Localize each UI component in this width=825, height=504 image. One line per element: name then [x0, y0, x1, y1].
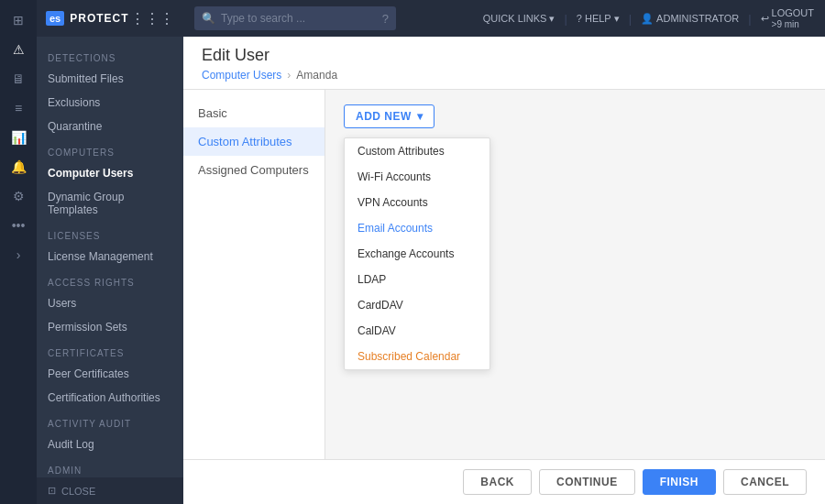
close-sidebar-button[interactable]: ⊡ CLOSE: [37, 477, 183, 504]
dropdown-item-ldap[interactable]: LDAP: [345, 267, 490, 292]
notifications-icon[interactable]: 🔔: [4, 154, 33, 180]
sidebar-item-peer-certificates[interactable]: Peer Certificates: [37, 362, 183, 386]
search-help-icon: ?: [382, 12, 389, 26]
search-input[interactable]: [221, 12, 377, 25]
grid-menu-icon[interactable]: ⋮⋮⋮: [130, 10, 174, 27]
continue-button[interactable]: CONTINUE: [539, 469, 635, 495]
search-icon: 🔍: [202, 12, 215, 25]
section-activity-audit: ACTIVITY AUDIT: [37, 410, 183, 433]
sidebar: es PROTECT ⋮⋮⋮ DETECTIONS Submitted File…: [37, 0, 183, 504]
sidebar-item-computer-users[interactable]: Computer Users: [37, 161, 183, 185]
logout-time: >9 min: [772, 19, 814, 29]
edit-tab-basic[interactable]: Basic: [183, 99, 324, 127]
edit-footer: BACK CONTINUE FINISH CANCEL: [183, 459, 825, 504]
topbar: 🔍 ? QUICK LINKS ▾ | ? HELP ▾ | 👤 ADMINIS…: [183, 0, 825, 37]
help-label: HELP: [585, 13, 611, 24]
user-menu[interactable]: 👤 ADMINISTRATOR: [641, 13, 739, 25]
add-new-label: ADD NEW: [356, 110, 412, 123]
logout-icon: ↩: [761, 13, 769, 25]
help-chevron-icon: ▾: [614, 13, 620, 25]
separator-1: |: [564, 12, 566, 26]
add-new-dropdown: Custom Attributes Wi-Fi Accounts VPN Acc…: [344, 137, 490, 370]
edit-tab-assigned-computers[interactable]: Assigned Computers: [183, 156, 324, 184]
add-new-chevron-icon: ▾: [417, 110, 424, 123]
separator-3: |: [748, 12, 751, 26]
cancel-button[interactable]: CANCEL: [723, 469, 807, 495]
section-detections: DETECTIONS: [37, 44, 183, 67]
breadcrumb: Computer Users › Amanda: [202, 69, 807, 89]
settings-icon[interactable]: ⚙: [4, 183, 33, 209]
edit-sidebar: Basic Custom Attributes Assigned Compute…: [183, 90, 325, 459]
section-admin: ADMIN: [37, 456, 183, 477]
dropdown-item-email-accounts[interactable]: Email Accounts: [345, 215, 490, 241]
detections-icon[interactable]: ⚠: [4, 37, 33, 62]
sidebar-item-submitted-files[interactable]: Submitted Files: [37, 67, 183, 91]
section-access-rights: ACCESS RIGHTS: [37, 268, 183, 291]
page-header: Edit User Computer Users › Amanda: [183, 37, 825, 90]
logout-label: LOGOUT: [772, 7, 814, 18]
dropdown-item-subscribed-calendar[interactable]: Subscribed Calendar: [345, 344, 490, 369]
breadcrumb-root[interactable]: Computer Users: [202, 69, 281, 82]
product-name: PROTECT: [70, 12, 128, 25]
dropdown-item-vpn-accounts[interactable]: VPN Accounts: [345, 190, 490, 215]
edit-tab-custom-attributes[interactable]: Custom Attributes: [183, 127, 324, 156]
quick-links-label: QUICK LINKS: [483, 13, 547, 24]
quick-links[interactable]: QUICK LINKS ▾: [483, 13, 556, 25]
add-new-button[interactable]: ADD NEW ▾: [344, 104, 434, 128]
finish-label: FINISH: [660, 476, 698, 488]
sidebar-header: es PROTECT ⋮⋮⋮: [37, 0, 183, 37]
main: 🔍 ? QUICK LINKS ▾ | ? HELP ▾ | 👤 ADMINIS…: [183, 0, 825, 504]
dropdown-item-custom-attributes[interactable]: Custom Attributes: [345, 138, 490, 164]
edit-user-body: Basic Custom Attributes Assigned Compute…: [183, 90, 825, 459]
sidebar-item-quarantine[interactable]: Quarantine: [37, 115, 183, 138]
dropdown-item-exchange-accounts[interactable]: Exchange Accounts: [345, 241, 490, 267]
dropdown-item-wifi-accounts[interactable]: Wi-Fi Accounts: [345, 164, 490, 190]
close-icon: ⊡: [48, 485, 56, 497]
back-label: BACK: [480, 476, 514, 488]
sidebar-nav: DETECTIONS Submitted Files Exclusions Qu…: [37, 37, 183, 477]
sidebar-item-users[interactable]: Users: [37, 291, 183, 315]
edit-main: ADD NEW ▾ Custom Attributes Wi-Fi Accoun…: [325, 90, 825, 459]
section-computers: COMPUTERS: [37, 138, 183, 161]
user-icon: 👤: [641, 13, 654, 25]
section-certificates: CERTIFICATES: [37, 339, 183, 362]
user-name: ADMINISTRATOR: [656, 13, 739, 24]
sidebar-item-permission-sets[interactable]: Permission Sets: [37, 315, 183, 339]
logout-button[interactable]: ↩ LOGOUT >9 min: [761, 7, 814, 28]
quick-links-chevron-icon: ▾: [549, 13, 555, 25]
breadcrumb-current: Amanda: [296, 69, 337, 82]
close-label: CLOSE: [61, 486, 95, 497]
tasks-icon[interactable]: ≡: [4, 95, 33, 121]
help-link[interactable]: ? HELP ▾: [577, 13, 620, 25]
separator-2: |: [629, 12, 632, 26]
sidebar-item-license-management[interactable]: License Management: [37, 245, 183, 268]
more-icon[interactable]: •••: [4, 213, 33, 238]
sidebar-item-certification-authorities[interactable]: Certification Authorities: [37, 386, 183, 410]
logo-icon: es: [46, 11, 64, 26]
logo: es PROTECT: [46, 11, 129, 26]
cancel-label: CANCEL: [741, 476, 789, 488]
sidebar-item-audit-log[interactable]: Audit Log: [37, 433, 183, 456]
continue-label: CONTINUE: [556, 476, 618, 488]
page-title: Edit User: [202, 46, 807, 65]
back-button[interactable]: BACK: [463, 469, 532, 495]
finish-button[interactable]: FINISH: [643, 469, 716, 495]
search-box[interactable]: 🔍 ?: [194, 6, 396, 30]
help-icon: ?: [577, 13, 582, 24]
content-area: Edit User Computer Users › Amanda Basic …: [183, 37, 825, 504]
sidebar-item-exclusions[interactable]: Exclusions: [37, 91, 183, 115]
icon-rail: ⊞ ⚠ 🖥 ≡ 📊 🔔 ⚙ ••• ›: [0, 0, 37, 504]
section-licenses: LICENSES: [37, 222, 183, 245]
dropdown-item-caldav[interactable]: CalDAV: [345, 318, 490, 344]
computers-icon[interactable]: 🖥: [4, 66, 33, 92]
sidebar-item-dynamic-group-templates[interactable]: Dynamic Group Templates: [37, 185, 183, 222]
reports-icon[interactable]: 📊: [4, 125, 33, 150]
dropdown-item-carddav[interactable]: CardDAV: [345, 292, 490, 318]
breadcrumb-separator: ›: [287, 69, 291, 82]
dashboard-icon[interactable]: ⊞: [4, 7, 33, 33]
expand-icon[interactable]: ›: [4, 242, 33, 268]
